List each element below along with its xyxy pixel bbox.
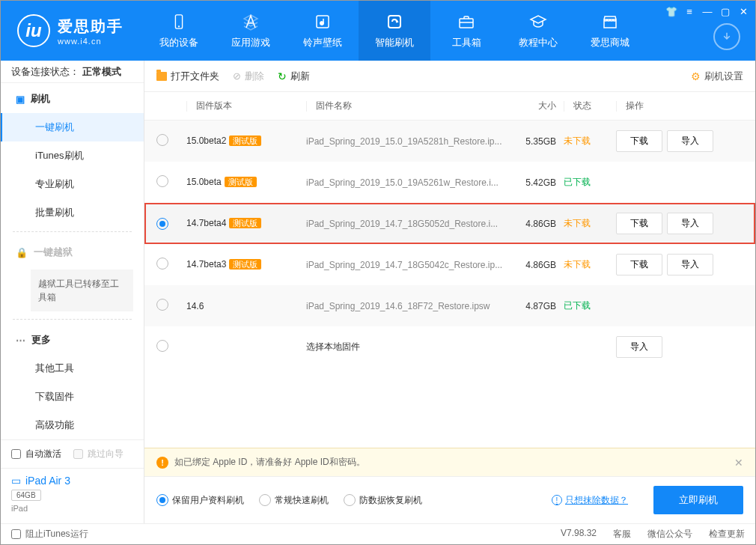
gear-icon: ⚙ xyxy=(691,70,701,82)
auto-activate-checkbox[interactable] xyxy=(11,449,21,459)
footer-bar: 阻止iTunes运行 V7.98.32 客服 微信公众号 检查更新 xyxy=(1,523,755,544)
nav-item-0[interactable]: 我的设备 xyxy=(143,1,215,61)
action-导入-button[interactable]: 导入 xyxy=(667,254,713,275)
window-controls: 👕 ≡ — ▢ ✕ xyxy=(665,5,749,17)
download-indicator-icon[interactable] xyxy=(713,23,740,50)
check-update-link[interactable]: 检查更新 xyxy=(709,528,745,541)
sidebar-head-jailbreak: 🔒 一键越狱 xyxy=(1,237,144,267)
logo-icon: iu xyxy=(17,14,50,47)
row-radio[interactable] xyxy=(156,299,168,311)
nav-item-5[interactable]: 教程中心 xyxy=(502,1,574,61)
sidebar-head-more: ⋯ 更多 xyxy=(1,324,144,354)
action-导入-button[interactable]: 导入 xyxy=(616,336,662,358)
device-storage: 64GB xyxy=(11,490,41,501)
action-下载-button[interactable]: 下载 xyxy=(616,130,662,152)
phone-icon xyxy=(169,12,189,31)
main-nav: 我的设备应用游戏铃声壁纸智能刷机工具箱教程中心爱思商城 xyxy=(143,1,646,61)
sidebar-more-2[interactable]: 高级功能 xyxy=(1,411,144,439)
action-导入-button[interactable]: 导入 xyxy=(667,130,713,152)
firmware-row[interactable]: 14.7beta3测试版iPad_Spring_2019_14.7_18G504… xyxy=(144,244,755,285)
table-header: 固件版本 固件名称 大小 状态 操作 xyxy=(144,92,755,121)
row-radio[interactable] xyxy=(156,175,168,187)
flash-settings-button[interactable]: ⚙ 刷机设置 xyxy=(691,70,743,83)
toolbox-icon xyxy=(457,12,476,31)
firmware-table: 15.0beta2测试版iPad_Spring_2019_15.0_19A528… xyxy=(144,121,755,448)
menu-icon[interactable]: ≡ xyxy=(683,5,695,17)
apple-id-alert: ! 如已绑定 Apple ID，请准备好 Apple ID和密码。 ✕ xyxy=(144,448,755,476)
opt-keep-data[interactable]: 保留用户资料刷机 xyxy=(156,494,244,507)
beta-badge: 测试版 xyxy=(225,177,257,187)
row-radio[interactable] xyxy=(156,134,168,146)
maximize-icon[interactable]: ▢ xyxy=(719,5,731,17)
header-bar: iu 爱思助手 www.i4.cn 我的设备应用游戏铃声壁纸智能刷机工具箱教程中… xyxy=(1,1,755,61)
folder-icon xyxy=(156,72,167,81)
jailbreak-note: 越狱工具已转移至工具箱 xyxy=(31,270,133,311)
sidebar-more-0[interactable]: 其他工具 xyxy=(1,354,144,383)
nav-item-6[interactable]: 爱思商城 xyxy=(574,1,646,61)
sidebar: 设备连接状态： 正常模式 ▣ 刷机 一键刷机iTunes刷机专业刷机批量刷机 🔒… xyxy=(1,61,144,523)
sidebar-item-2[interactable]: 专业刷机 xyxy=(1,170,144,198)
open-folder-button[interactable]: 打开文件夹 xyxy=(156,70,219,83)
row-radio[interactable] xyxy=(156,258,168,270)
warning-icon: ! xyxy=(156,457,168,469)
action-下载-button[interactable]: 下载 xyxy=(616,254,662,275)
nav-item-1[interactable]: 应用游戏 xyxy=(215,1,287,61)
logo[interactable]: iu 爱思助手 www.i4.cn xyxy=(1,14,143,47)
flash-icon: ▣ xyxy=(16,94,25,105)
sidebar-item-3[interactable]: 批量刷机 xyxy=(1,198,144,227)
graduation-icon xyxy=(528,12,548,31)
firmware-row[interactable]: 选择本地固件导入 xyxy=(144,326,755,368)
refresh-icon: ↻ xyxy=(278,70,287,82)
close-icon[interactable]: ✕ xyxy=(737,5,749,17)
connection-status: 设备连接状态： 正常模式 xyxy=(1,61,144,83)
row-radio[interactable] xyxy=(156,218,168,230)
main-panel: 打开文件夹 ⊘ 删除 ↻ 刷新 ⚙ 刷机设置 固件版本 固件名称 大小 状态 操… xyxy=(144,61,755,523)
shirt-icon[interactable]: 👕 xyxy=(665,5,677,17)
delete-button: ⊘ 删除 xyxy=(233,70,264,83)
apps-icon xyxy=(241,12,260,31)
action-下载-button[interactable]: 下载 xyxy=(616,213,662,234)
sidebar-item-0[interactable]: 一键刷机 xyxy=(1,113,144,141)
row-radio[interactable] xyxy=(156,340,168,352)
flash-options-bar: 保留用户资料刷机 常规快速刷机 防数据恢复刷机 !只想抹除数据？ 立即刷机 xyxy=(144,476,755,523)
minimize-icon[interactable]: — xyxy=(701,5,713,17)
erase-data-link[interactable]: !只想抹除数据？ xyxy=(552,494,628,507)
device-name[interactable]: ▭ iPad Air 3 xyxy=(11,475,133,487)
block-itunes-checkbox[interactable] xyxy=(11,529,21,539)
beta-badge: 测试版 xyxy=(229,259,261,270)
firmware-row[interactable]: 15.0beta2测试版iPad_Spring_2019_15.0_19A528… xyxy=(144,121,755,162)
opt-anti-recovery[interactable]: 防数据恢复刷机 xyxy=(344,494,422,507)
opt-normal-flash[interactable]: 常规快速刷机 xyxy=(259,494,329,507)
sidebar-more-1[interactable]: 下载固件 xyxy=(1,383,144,411)
nav-item-3[interactable]: 智能刷机 xyxy=(359,1,430,61)
skip-guide-checkbox xyxy=(73,449,83,459)
status-value: 正常模式 xyxy=(82,65,121,79)
toolbar: 打开文件夹 ⊘ 删除 ↻ 刷新 ⚙ 刷机设置 xyxy=(144,61,755,92)
nav-item-2[interactable]: 铃声壁纸 xyxy=(287,1,359,61)
svg-point-3 xyxy=(320,22,323,25)
lock-icon: 🔒 xyxy=(16,247,28,258)
svg-point-1 xyxy=(179,26,180,27)
support-link[interactable]: 客服 xyxy=(613,528,631,541)
wechat-link[interactable]: 微信公众号 xyxy=(647,528,692,541)
svg-rect-4 xyxy=(388,16,400,28)
logo-title: 爱思助手 xyxy=(58,16,124,37)
sidebar-item-1[interactable]: iTunes刷机 xyxy=(1,141,144,170)
svg-rect-5 xyxy=(460,19,473,28)
firmware-row[interactable]: 14.7beta4测试版iPad_Spring_2019_14.7_18G505… xyxy=(144,203,755,244)
ipad-icon: ▭ xyxy=(11,475,21,487)
sidebar-head-flash: ▣ 刷机 xyxy=(1,83,144,113)
beta-badge: 测试版 xyxy=(229,218,261,228)
action-导入-button[interactable]: 导入 xyxy=(667,213,713,234)
nav-item-4[interactable]: 工具箱 xyxy=(430,1,502,61)
info-icon: ! xyxy=(552,495,562,505)
refresh-button[interactable]: ↻ 刷新 xyxy=(278,70,310,83)
flash-now-button[interactable]: 立即刷机 xyxy=(653,486,743,514)
refresh-icon xyxy=(385,12,404,31)
device-model: iPad xyxy=(11,504,133,513)
music-icon xyxy=(313,12,332,31)
more-icon: ⋯ xyxy=(16,335,25,346)
firmware-row[interactable]: 14.6iPad_Spring_2019_14.6_18F72_Restore.… xyxy=(144,285,755,326)
firmware-row[interactable]: 15.0beta测试版iPad_Spring_2019_15.0_19A5261… xyxy=(144,162,755,203)
alert-close-icon[interactable]: ✕ xyxy=(734,457,743,469)
